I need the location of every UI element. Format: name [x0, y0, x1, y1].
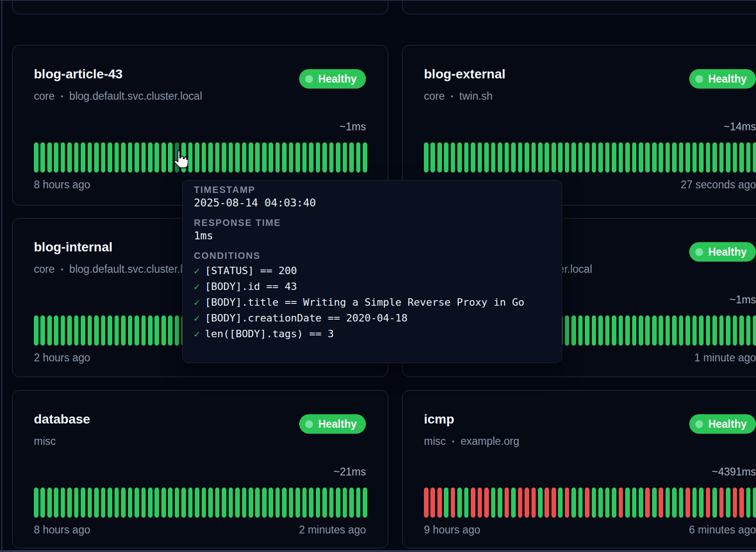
history-bar[interactable] [168, 315, 173, 346]
history-bar[interactable] [128, 142, 133, 173]
history-bar[interactable] [605, 315, 610, 346]
history-bar[interactable] [505, 488, 509, 518]
history-bar[interactable] [726, 315, 730, 346]
history-bar[interactable] [652, 315, 657, 346]
history-bar[interactable] [639, 315, 643, 346]
history-bar[interactable] [94, 142, 99, 173]
history-bar[interactable] [619, 142, 623, 173]
history-bar[interactable] [437, 488, 442, 518]
history-bar[interactable] [148, 142, 153, 173]
history-bar[interactable] [81, 315, 85, 346]
history-bar[interactable] [148, 315, 153, 346]
history-bar[interactable] [558, 488, 563, 518]
history-bar[interactable] [101, 488, 106, 518]
history-bar[interactable] [645, 315, 650, 346]
history-bar[interactable] [666, 315, 670, 346]
history-bar[interactable] [128, 315, 133, 346]
history-bar[interactable] [235, 142, 240, 173]
history-bar[interactable] [336, 142, 340, 173]
history-bar[interactable] [478, 142, 482, 173]
history-bar[interactable] [444, 142, 448, 173]
history-bar[interactable] [249, 142, 253, 173]
history-bar[interactable] [511, 488, 516, 518]
history-bar[interactable] [686, 142, 690, 173]
history-bar[interactable] [269, 488, 273, 518]
history-bar[interactable] [61, 488, 65, 518]
history-bar[interactable] [679, 488, 684, 518]
history-bar[interactable] [54, 488, 58, 518]
history-bar[interactable] [598, 315, 603, 346]
history-bar[interactable] [242, 488, 247, 518]
history-bar[interactable] [289, 488, 294, 518]
history-bar[interactable] [464, 142, 469, 173]
history-bar[interactable] [262, 488, 267, 518]
history-bar[interactable] [625, 142, 630, 173]
history-bar[interactable] [632, 315, 637, 346]
history-bar[interactable] [61, 142, 65, 173]
history-bar[interactable] [719, 488, 724, 518]
history-bar[interactable] [349, 488, 354, 518]
history-bar[interactable] [222, 142, 226, 173]
history-bar[interactable] [746, 142, 751, 173]
history-bar[interactable] [733, 315, 737, 346]
history-bar[interactable] [141, 142, 146, 173]
history-bar[interactable] [88, 488, 92, 518]
history-bar[interactable] [733, 488, 737, 518]
history-bar[interactable] [40, 315, 45, 346]
history-bar[interactable] [54, 142, 58, 173]
history-bar[interactable] [484, 142, 489, 173]
history-bar[interactable] [154, 315, 159, 346]
history-bar[interactable] [101, 142, 106, 173]
history-bar[interactable] [329, 488, 334, 518]
history-bar[interactable] [349, 142, 354, 173]
history-bar[interactable] [585, 142, 589, 173]
history-bar[interactable] [511, 142, 516, 173]
history-bar[interactable] [571, 488, 576, 518]
history-bar[interactable] [424, 142, 429, 173]
history-bar[interactable] [558, 142, 563, 173]
history-bar[interactable] [565, 315, 570, 346]
history-bar[interactable] [571, 142, 576, 173]
history-bar[interactable] [578, 142, 583, 173]
history-bar[interactable] [202, 488, 206, 518]
history-bar[interactable] [275, 142, 280, 173]
history-bar[interactable] [61, 315, 65, 346]
history-bar[interactable] [451, 488, 455, 518]
history-bar[interactable] [336, 488, 340, 518]
history-bar[interactable] [592, 488, 596, 518]
history-bar[interactable] [679, 142, 684, 173]
history-bar[interactable] [322, 142, 327, 173]
history-bar[interactable] [478, 488, 482, 518]
history-bar[interactable] [121, 142, 126, 173]
history-bar[interactable] [343, 488, 347, 518]
history-bar[interactable] [430, 488, 435, 518]
history-bar[interactable] [545, 488, 549, 518]
history-bar[interactable] [706, 142, 711, 173]
history-bar[interactable] [356, 488, 361, 518]
history-bar[interactable] [645, 142, 650, 173]
history-bar[interactable] [639, 488, 643, 518]
history-bar[interactable] [726, 488, 730, 518]
history-bar[interactable] [457, 488, 462, 518]
history-bar[interactable] [444, 488, 448, 518]
history-bar[interactable] [148, 488, 153, 518]
history-bar[interactable] [309, 488, 314, 518]
history-bar[interactable] [498, 488, 502, 518]
history-bar[interactable] [619, 488, 623, 518]
history-bar[interactable] [141, 315, 146, 346]
history-bar[interactable] [712, 315, 717, 346]
history-bar[interactable] [74, 142, 79, 173]
history-bar[interactable] [47, 315, 52, 346]
history-bar[interactable] [262, 142, 267, 173]
history-bar[interactable] [491, 142, 496, 173]
history-bar[interactable] [518, 142, 523, 173]
history-bar[interactable] [343, 142, 347, 173]
history-bar[interactable] [34, 315, 38, 346]
history-bar[interactable] [289, 142, 294, 173]
history-bar[interactable] [81, 142, 85, 173]
history-bar[interactable] [719, 315, 724, 346]
history-bar[interactable] [625, 315, 630, 346]
endpoint-card[interactable]: icmpmisc•example.orgHealthy~4391ms9 hour… [402, 390, 756, 548]
history-bar[interactable] [356, 142, 361, 173]
history-bar[interactable] [135, 488, 139, 518]
